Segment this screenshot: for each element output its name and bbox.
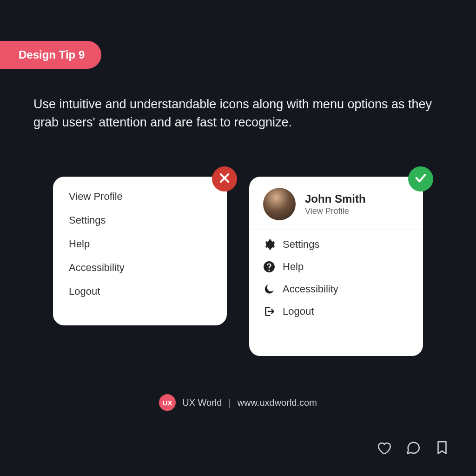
profile-info: John Smith View Profile [305,192,366,216]
social-actions [377,440,450,457]
footer-brand: UX World [182,397,222,408]
bad-menu-item[interactable]: Logout [69,285,211,298]
ux-logo: UX [159,394,176,411]
moon-icon [263,283,275,295]
footer: UX UX World | www.uxdworld.com [0,394,476,411]
menu-item-logout[interactable]: Logout [263,305,409,317]
logout-icon [263,305,275,317]
menu-item-accessibility[interactable]: Accessibility [263,283,409,295]
bad-menu-item[interactable]: Help [69,238,211,250]
profile-subtitle: View Profile [305,206,366,216]
menu-item-label: Accessibility [283,283,338,295]
bad-menu-list: View Profile Settings Help Accessibility… [69,191,211,298]
ux-logo-text: UX [163,399,172,407]
profile-header[interactable]: John Smith View Profile [263,188,409,230]
check-icon [414,172,427,186]
profile-name: John Smith [305,192,366,205]
bad-status-badge [212,166,237,192]
menu-item-label: Logout [283,305,314,317]
bad-menu-item[interactable]: Settings [69,214,211,226]
tip-description: Use intuitive and understandable icons a… [33,95,443,132]
bad-menu-item[interactable]: View Profile [69,191,211,203]
footer-separator: | [228,397,231,408]
good-menu-list: Settings Help Accessibility Logout [263,238,409,317]
avatar [263,188,296,220]
menu-item-label: Settings [283,238,320,251]
comment-icon[interactable] [405,440,421,457]
bookmark-icon[interactable] [434,440,450,457]
menu-item-settings[interactable]: Settings [263,238,409,251]
divider [249,230,423,230]
heart-icon[interactable] [377,440,392,457]
menu-item-help[interactable]: Help [263,261,409,273]
footer-url: www.uxdworld.com [238,397,317,408]
x-icon [218,172,231,186]
bad-menu-item[interactable]: Accessibility [69,262,211,274]
question-icon [263,261,275,273]
tip-badge: Design Tip 9 [0,41,101,69]
menu-item-label: Help [283,261,304,273]
good-status-badge [408,166,433,192]
good-example-card: John Smith View Profile Settings Help [249,177,423,356]
bad-example-card: View Profile Settings Help Accessibility… [53,177,227,325]
gear-icon [263,238,275,251]
tip-badge-label: Design Tip 9 [19,48,85,61]
example-cards: View Profile Settings Help Accessibility… [0,177,476,356]
